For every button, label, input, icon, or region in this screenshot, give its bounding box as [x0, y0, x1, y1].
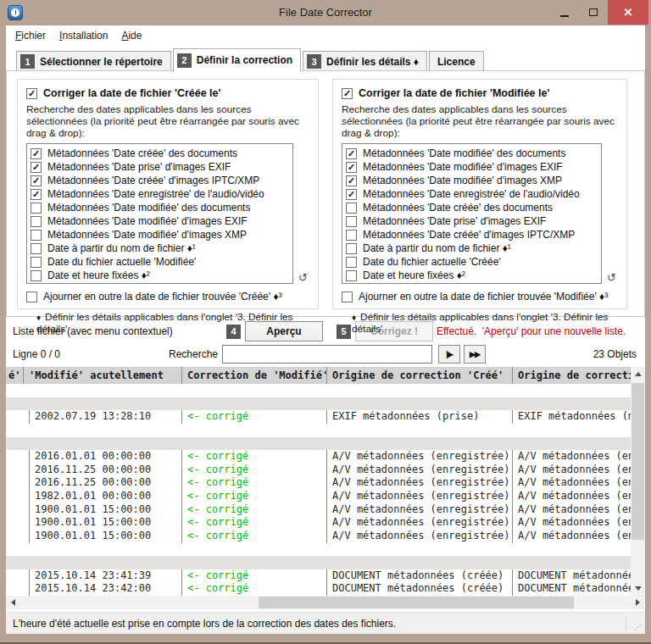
source-label: Métadonnées 'Date créée' des documents	[47, 147, 237, 159]
column-header: Correction de 'Modifié'	[181, 367, 326, 384]
source-item[interactable]: ✓Métadonnées 'Date modifiée' d'images XM…	[346, 174, 598, 187]
table-row-data[interactable]: 2016.11.25 00:00:00<- corrigéA/V métadon…	[6, 464, 631, 477]
source-item[interactable]: Métadonnées 'Date modifiée' d'images EXI…	[31, 214, 289, 228]
vertical-scrollbar[interactable]	[631, 367, 645, 596]
source-item[interactable]: ✓Métadonnées 'Date enregistrée' de l'aud…	[346, 187, 598, 201]
source-checkbox[interactable]: ✓	[31, 148, 42, 159]
find-next-button[interactable]: |▶	[438, 345, 460, 364]
search-input[interactable]	[222, 345, 432, 364]
menu-item-installation[interactable]: Installation	[53, 27, 114, 44]
table-row-separator	[6, 437, 631, 451]
source-checkbox[interactable]	[346, 216, 357, 227]
source-checkbox[interactable]	[346, 270, 357, 281]
scroll-up-arrow[interactable]	[631, 367, 645, 381]
source-checkbox[interactable]	[31, 203, 42, 214]
table-row-data[interactable]: 1900.01.01 15:00:00<- corrigéA/V métadon…	[6, 516, 631, 530]
cell-correction: <- corrigé	[181, 516, 326, 530]
tab-badge: 3	[307, 54, 321, 69]
horizontal-scrollbar[interactable]	[6, 596, 645, 609]
tab-4[interactable]: Licence	[429, 51, 484, 71]
source-checkbox[interactable]	[346, 243, 357, 254]
panel-note: ♦Définir les détails applicables dans l'…	[342, 311, 618, 335]
cell-origin-cree: A/V métadonnées (enregistrée)	[326, 476, 512, 490]
table-row-empty	[6, 384, 631, 397]
maximize-button[interactable]	[579, 0, 608, 25]
table-row-data[interactable]: 1900.01.01 15:00:00<- corrigéA/V métadon…	[6, 530, 631, 543]
source-item[interactable]: ✓Métadonnées 'Date enregistrée' de l'aud…	[31, 187, 289, 201]
source-item[interactable]: Date à partir du nom de fichier ♦¹	[346, 242, 598, 255]
source-item[interactable]: ✓Métadonnées 'Date modifiée' d'images EX…	[346, 160, 598, 174]
source-checkbox[interactable]: ✓	[346, 175, 357, 186]
cell-correction: <- corrigé	[181, 503, 326, 517]
close-button[interactable]: ✕	[608, 0, 648, 25]
title-bar[interactable]: File Date Corrector ✕	[0, 0, 651, 25]
cell-origin-cree: EXIF métadonnées (prise)	[326, 410, 512, 424]
undo-reset-icon[interactable]: ↺	[605, 272, 618, 284]
source-item[interactable]: Date du fichier actuelle 'Modifiée'	[31, 255, 289, 269]
diamond-icon: ♦	[352, 313, 356, 322]
table-row-data[interactable]: 2015.10.14 23:42:00<- corrigéDOCUMENT mé…	[6, 582, 631, 596]
corriger-checkbox-modifie[interactable]: ✓	[342, 88, 353, 99]
menu-item-fichier[interactable]: Fichier	[8, 27, 53, 44]
source-item[interactable]: Métadonnées 'Date créée' d'images IPTC/X…	[346, 228, 598, 242]
source-item[interactable]: ✓Métadonnées 'Date créée' des documents	[31, 147, 289, 160]
source-checkbox[interactable]	[31, 216, 42, 227]
cell-origin-modifie: A/V métadonnées (en	[512, 476, 631, 490]
source-checkbox[interactable]: ✓	[31, 175, 42, 186]
ajourner-checkbox[interactable]	[26, 291, 37, 303]
tab-1[interactable]: 1Sélectionner le répertoire	[16, 51, 171, 71]
source-checkbox[interactable]	[346, 257, 357, 268]
source-item[interactable]: Métadonnées 'Date créée' des documents	[346, 201, 598, 214]
tab-2[interactable]: 2Définir la correction	[173, 48, 301, 72]
menu-item-aide[interactable]: Aide	[114, 27, 148, 44]
source-checkbox[interactable]	[31, 243, 42, 254]
find-all-button[interactable]: ▶▶	[464, 345, 486, 364]
source-item[interactable]: Date à partir du nom de fichier ♦¹	[31, 242, 289, 255]
source-item[interactable]: Métadonnées 'Date modifiée' d'images XMP	[31, 228, 289, 242]
vertical-scroll-thumb[interactable]	[632, 383, 644, 540]
table-row-data[interactable]: 1900.01.01 15:00:00<- corrigéA/V métadon…	[6, 503, 631, 517]
scroll-left-arrow[interactable]	[6, 596, 20, 609]
scroll-down-arrow[interactable]	[631, 581, 645, 596]
source-priority-list[interactable]: ✓Métadonnées 'Date créée' des documents✓…	[26, 143, 293, 284]
cell-modifie-current: 2016.11.25 00:00:00	[29, 476, 181, 490]
source-checkbox[interactable]	[346, 203, 357, 214]
source-checkbox[interactable]: ✓	[346, 148, 357, 159]
source-checkbox[interactable]	[31, 270, 42, 281]
table-row-data[interactable]: 1982.01.01 00:00:00<- corrigéA/V métadon…	[6, 490, 631, 503]
undo-reset-icon[interactable]: ↺	[297, 272, 309, 284]
source-checkbox[interactable]	[346, 230, 357, 241]
source-item[interactable]: Date et heure fixées ♦²	[346, 269, 598, 282]
scroll-right-arrow[interactable]	[631, 596, 645, 609]
source-item[interactable]: Métadonnées 'Date prise' d'images EXIF	[346, 214, 598, 228]
ajourner-row[interactable]: Ajourner en outre la date de fichier tro…	[342, 290, 618, 303]
cell-modifie-current: 2002.07.19 13:28:10	[29, 410, 181, 424]
tab-3[interactable]: 3Définir les détails ♦	[303, 51, 427, 71]
source-checkbox[interactable]	[31, 257, 42, 268]
source-priority-list[interactable]: ✓Métadonnées 'Date modifiée' des documen…	[342, 143, 602, 284]
source-label: Métadonnées 'Date prise' d'images EXIF	[47, 161, 231, 173]
table-row-data[interactable]: 2002.07.19 13:28:10<- corrigéEXIF métado…	[6, 410, 631, 424]
horizontal-scroll-thumb[interactable]	[259, 597, 574, 608]
resize-grip[interactable]: ⋰	[634, 624, 642, 631]
source-checkbox[interactable]	[31, 230, 42, 241]
cell-modifie-current: 2015.10.14 23:41:39	[29, 569, 181, 583]
source-checkbox[interactable]: ✓	[346, 189, 357, 200]
table-row-data[interactable]: 2016.01.01 00:00:00<- corrigéA/V métadon…	[6, 450, 631, 464]
panel-cree: ✓Corriger la date de fichier 'Créée le'R…	[17, 79, 319, 309]
source-item[interactable]: Date du fichier actuelle 'Créée'	[346, 255, 598, 269]
source-checkbox[interactable]: ✓	[346, 162, 357, 173]
minimize-button[interactable]	[550, 0, 579, 25]
corriger-checkbox-cree[interactable]: ✓	[26, 88, 37, 99]
ajourner-checkbox[interactable]	[342, 291, 353, 303]
source-checkbox[interactable]: ✓	[31, 189, 42, 200]
source-item[interactable]: ✓Métadonnées 'Date modifiée' des documen…	[346, 147, 598, 160]
source-item[interactable]: ✓Métadonnées 'Date prise' d'images EXIF	[31, 160, 289, 174]
source-item[interactable]: ✓Métadonnées 'Date créée' d'images IPTC/…	[31, 174, 289, 187]
table-row-data[interactable]: 2016.11.25 00:00:00<- corrigéA/V métadon…	[6, 476, 631, 490]
source-item[interactable]: Date et heure fixées ♦²	[31, 269, 289, 282]
source-item[interactable]: Métadonnées 'Date modifiée' des document…	[31, 201, 289, 214]
source-checkbox[interactable]: ✓	[31, 162, 42, 173]
table-row-data[interactable]: 2015.10.14 23:41:39<- corrigéDOCUMENT mé…	[6, 569, 631, 583]
ajourner-row[interactable]: Ajourner en outre la date de fichier tro…	[26, 290, 309, 303]
